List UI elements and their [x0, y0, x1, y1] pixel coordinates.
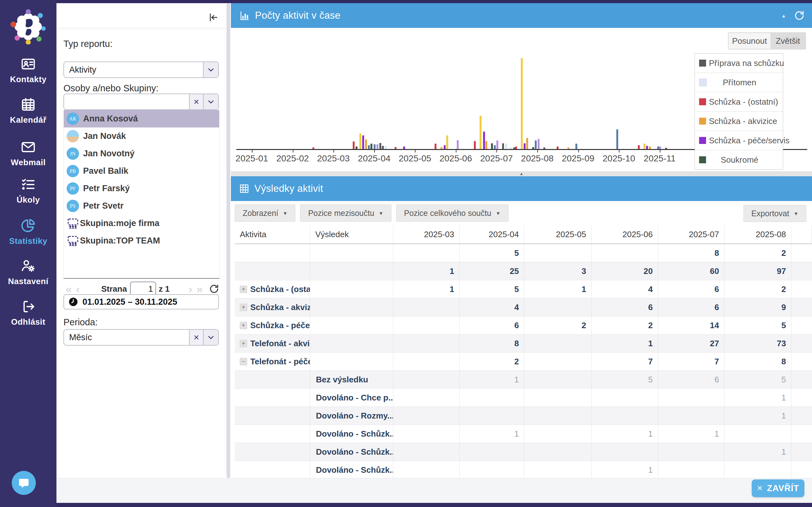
refresh-chart-icon[interactable] [794, 10, 804, 20]
table-row[interactable]: Dovoláno - Schůzk...1 [235, 443, 812, 461]
result-cell: Bez výsledku [310, 371, 393, 388]
column-header[interactable]: 2025-05 [524, 225, 592, 243]
table-row[interactable]: −Telefonát - péče/servis2778 [235, 352, 812, 371]
legend-item[interactable]: Soukromé [695, 150, 783, 169]
table-row[interactable]: 582 [235, 244, 812, 262]
clear-icon[interactable]: × [189, 94, 203, 109]
result-cell [310, 335, 393, 352]
close-button[interactable]: × ZAVŘÍT [752, 480, 804, 497]
pan-button[interactable]: Posunout [728, 33, 770, 49]
chart-bar [371, 144, 372, 149]
chart-bar [532, 147, 534, 149]
table-row[interactable]: Dovoláno - Rozmy...1 [235, 407, 812, 425]
date-range-picker[interactable]: 01.01.2025 – 30.11.2025 [63, 294, 219, 309]
period-select[interactable]: Měsíc × [63, 329, 219, 346]
chart-bar [494, 145, 496, 149]
axis-tick [374, 150, 375, 153]
column-header[interactable]: Výsledek [310, 225, 393, 243]
avatar: PS [67, 200, 79, 212]
sidebar-item-statistiky[interactable]: Statistiky [0, 218, 56, 246]
collapse-panel-icon[interactable] [207, 11, 219, 23]
value-cell: 1 [724, 389, 792, 406]
table-row[interactable]: +Schůzka - péče/servis622145 [235, 317, 812, 335]
first-page-icon[interactable]: « [66, 283, 72, 294]
table-row[interactable]: +Schůzka - (ostatní)151462 [235, 280, 812, 298]
column-header[interactable]: 2025-07 [658, 225, 724, 243]
expand-row-icon[interactable]: + [240, 304, 247, 311]
activity-label: Schůzka - péče/servis [250, 321, 310, 330]
sidebar-item-kontakty[interactable]: Kontakty [0, 56, 56, 84]
axis-tick-label: 2025-04 [358, 154, 390, 164]
list-item-person[interactable]: Jan Novák [64, 127, 219, 145]
chat-button[interactable] [12, 471, 36, 495]
persons-groups-value[interactable] [64, 94, 189, 109]
list-item-person[interactable]: PBPavel Balík [64, 162, 219, 180]
refresh-icon[interactable] [209, 284, 219, 294]
list-item-group[interactable]: Skupina:moje firma [64, 215, 219, 232]
chart-bar [535, 140, 537, 149]
table-row[interactable]: 1253206097 [235, 262, 812, 280]
table-row[interactable]: +Telefonát - akvizice812773 [235, 335, 812, 352]
result-cell: Dovoláno - Schůzk... [310, 461, 393, 478]
list-item-person[interactable]: PSPetr Svetr [64, 197, 219, 215]
chevron-down-icon[interactable] [203, 330, 218, 345]
list-item-person[interactable]: PFPetr Farský [64, 180, 219, 197]
group-icon [67, 217, 79, 230]
column-header[interactable]: 2025-08 [724, 225, 792, 243]
column-header[interactable] [792, 225, 812, 243]
column-header[interactable]: 2025-03 [393, 225, 459, 243]
collapse-row-icon[interactable]: − [240, 358, 247, 365]
list-item-group[interactable]: Skupina:TOP TEAM [64, 232, 219, 249]
export-button[interactable]: Exportovat▼ [744, 205, 806, 222]
value-cell: 1 [658, 425, 724, 443]
persons-groups-input[interactable]: × [63, 94, 219, 110]
cell-value: 6 [715, 284, 719, 294]
collapse-chart-icon[interactable]: ▲ [781, 13, 786, 18]
expand-row-icon[interactable]: + [240, 286, 247, 293]
value-cell: 6 [592, 298, 658, 316]
sidebar-item-kalendář[interactable]: Kalendář [0, 97, 56, 125]
legend-item[interactable]: Schůzka - (ostatní) [695, 92, 783, 112]
activity-cell [235, 389, 310, 406]
table-row[interactable]: Dovoláno - Schůzk...111 [235, 425, 812, 443]
column-header[interactable]: 2025-04 [459, 225, 524, 243]
list-item-person[interactable]: JNJan Novotný [64, 145, 219, 162]
last-page-icon[interactable]: » [197, 283, 203, 294]
prev-page-icon[interactable]: ‹ [76, 283, 79, 294]
legend-item[interactable]: Schůzka - péče/servis [695, 131, 783, 150]
value-cell: 5 [459, 244, 524, 262]
table-row[interactable]: Bez výsledku1565 [235, 371, 812, 389]
expand-row-icon[interactable]: + [240, 322, 247, 329]
legend-item[interactable]: Přítomen [695, 73, 783, 92]
expand-row-icon[interactable]: + [240, 340, 247, 347]
value-cell [724, 461, 792, 478]
list-item-person[interactable]: AKAnna Kosová [64, 110, 219, 127]
column-header[interactable]: Aktivita [235, 225, 310, 243]
panel-resize-handle[interactable]: ▲ [231, 171, 812, 176]
activity-cell: +Schůzka - (ostatní) [235, 280, 310, 298]
sidebar-item-odhlásit[interactable]: Odhlásit [0, 299, 56, 327]
table-row[interactable]: Dovoláno - Schůzk...1 [235, 461, 812, 478]
axis-tick [578, 150, 579, 153]
toolbar-button-1[interactable]: Pozice mezisoučtu▼ [300, 205, 391, 222]
sidebar-item-úkoly[interactable]: Úkoly [0, 177, 56, 205]
legend-item[interactable]: Schůzka - akvizice [695, 112, 783, 131]
table-row[interactable]: Dovoláno - Chce p...1 [235, 389, 812, 407]
clear-icon[interactable]: × [189, 330, 203, 345]
legend-item[interactable]: Příprava na schůzku [695, 54, 783, 73]
zoom-button[interactable]: Zvětšit [770, 33, 805, 49]
column-header[interactable]: 2025-06 [592, 225, 658, 243]
sidebar-item-webmail[interactable]: Webmail [0, 139, 56, 167]
table-row[interactable]: +Schůzka - akvizice4669 [235, 298, 812, 317]
sidebar-item-nastavení[interactable]: Nastavení [0, 259, 56, 286]
filter-panel-scrollbar[interactable] [226, 3, 231, 478]
next-page-icon[interactable]: › [189, 283, 192, 294]
toolbar-button-2[interactable]: Pozice celkového součtu▼ [396, 205, 508, 222]
chevron-down-icon[interactable] [203, 62, 218, 77]
value-cell: 2 [459, 352, 524, 370]
report-type-select[interactable]: Aktivity [63, 61, 219, 78]
app-logo[interactable] [10, 9, 46, 44]
toolbar-button-0[interactable]: Zobrazení▼ [235, 205, 295, 222]
chevron-down-icon[interactable] [203, 94, 218, 109]
value-cell: 20 [592, 262, 658, 280]
